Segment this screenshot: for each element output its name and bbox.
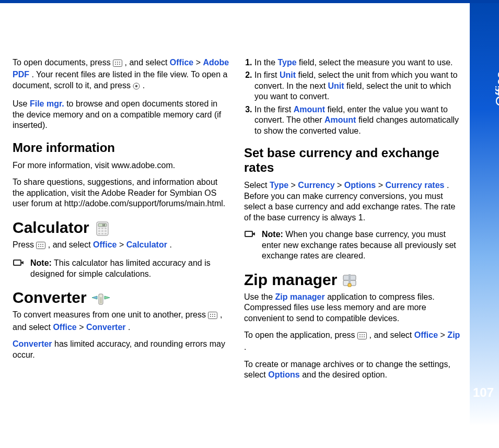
svg-rect-35 (208, 312, 217, 319)
base-currency-heading: Set base currency and exchange rates (244, 146, 461, 175)
svg-rect-30 (14, 261, 20, 265)
file-mgr-paragraph: Use File mgr. to browse and open documen… (13, 99, 229, 131)
text: , and select (369, 331, 414, 339)
svg-rect-21 (37, 242, 45, 249)
side-bar: Office 107 (470, 3, 499, 426)
text: > (337, 181, 344, 190)
zip-manager-icon (341, 273, 359, 289)
amount-keyword: Amount (324, 115, 356, 124)
left-column: To open documents, press , and select Of… (13, 57, 229, 387)
svg-point-54 (362, 336, 363, 337)
unit-keyword: Unit (328, 81, 344, 90)
note-label: Note: (262, 230, 283, 239)
text: and the desired option. (302, 370, 387, 379)
unit-keyword: Unit (280, 70, 296, 79)
amount-keyword: Amount (294, 105, 325, 114)
svg-rect-12 (98, 228, 100, 229)
svg-point-41 (214, 316, 215, 317)
file-mgr-keyword: File mgr. (30, 99, 64, 108)
converter-keyword: Converter (13, 339, 52, 348)
type-keyword: Type (270, 181, 288, 190)
svg-point-51 (362, 334, 363, 335)
svg-rect-13 (101, 228, 103, 229)
converter-icon (91, 291, 111, 306)
text: > (291, 181, 298, 190)
svg-rect-19 (101, 233, 103, 234)
svg-point-5 (117, 64, 118, 65)
text: To open documents, press (13, 58, 113, 67)
office-keyword: Office (414, 331, 438, 339)
text: When you change base currency, you must … (262, 230, 456, 260)
menu-key-icon (357, 332, 367, 342)
note-callout: Note: When you change base currency, you… (244, 229, 461, 261)
office-keyword: Office (93, 240, 117, 249)
svg-rect-15 (98, 230, 100, 232)
text: > (79, 323, 86, 332)
text: To open the application, press (244, 331, 357, 339)
currency-keyword: Currency (298, 181, 334, 190)
svg-point-25 (38, 246, 39, 247)
menu-key-icon (36, 241, 45, 252)
note-text: Note: When you change base currency, you… (260, 229, 461, 261)
heading-text: Zip manager (244, 271, 337, 289)
svg-point-8 (135, 85, 137, 87)
svg-point-3 (119, 62, 120, 63)
content-area: To open documents, press , and select Of… (13, 57, 461, 387)
step-item: In the Type field, select the measure yo… (254, 57, 461, 68)
text: . Your recent files are listed in the fi… (13, 70, 228, 89)
adobe-url-paragraph: For more information, visit www.adobe.co… (13, 160, 229, 171)
text: , and select (125, 58, 170, 67)
svg-point-24 (42, 244, 43, 245)
svg-marker-33 (92, 296, 97, 299)
converter-open-paragraph: To convert measures from one unit to ano… (13, 310, 229, 333)
text: > (378, 181, 386, 190)
text: In the (254, 58, 277, 67)
heading-text: Converter (13, 289, 87, 306)
note-callout: Note: This calculator has limited accura… (13, 258, 229, 279)
svg-point-27 (42, 246, 43, 247)
currency-rates-keyword: Currency rates (386, 181, 445, 190)
calculator-heading: Calculator 10 (13, 219, 229, 237)
text: field, select the measure you want to us… (299, 58, 452, 67)
zip-options-paragraph: To create or manage archives or to chang… (244, 359, 461, 381)
text: > (440, 331, 448, 339)
text: In the first (254, 105, 294, 114)
zip-manager-keyword: Zip manager (275, 292, 325, 301)
converter-heading: Converter (13, 289, 229, 306)
svg-point-4 (115, 64, 116, 65)
right-column: In the Type field, select the measure yo… (244, 57, 461, 387)
adobe-forum-paragraph: To share questions, suggestions, and inf… (13, 177, 229, 209)
svg-rect-49 (358, 332, 367, 339)
text: > (119, 240, 126, 249)
zip-open-paragraph: To open the application, press , and sel… (244, 330, 461, 353)
svg-rect-0 (113, 60, 122, 67)
text: Select (244, 181, 270, 190)
options-keyword: Options (344, 181, 376, 190)
scroll-key-icon (133, 82, 140, 92)
office-keyword: Office (53, 323, 76, 332)
svg-point-1 (115, 62, 116, 63)
note-label: Note: (30, 258, 52, 267)
zip-intro-paragraph: Use the Zip manager application to compr… (244, 292, 461, 324)
more-information-heading: More information (13, 140, 229, 155)
svg-point-22 (38, 244, 39, 245)
zip-manager-heading: Zip manager (244, 271, 461, 289)
svg-point-37 (212, 314, 213, 315)
office-keyword: Office (170, 58, 193, 67)
svg-point-36 (210, 314, 211, 315)
note-icon (244, 229, 256, 261)
svg-rect-14 (105, 228, 107, 229)
step-item: In first Unit field, select the unit fro… (254, 70, 461, 102)
type-keyword: Type (277, 58, 296, 67)
text: . (169, 240, 171, 249)
converter-steps-list: In the Type field, select the measure yo… (244, 57, 461, 136)
svg-point-23 (40, 244, 41, 245)
text: > (196, 58, 203, 67)
options-keyword: Options (268, 370, 299, 379)
menu-key-icon (113, 59, 122, 69)
svg-point-52 (364, 334, 365, 335)
text: This calculator has limited accuracy and… (30, 258, 211, 278)
note-icon (13, 258, 24, 279)
page: Office 107 To open documents, press , an… (0, 0, 499, 448)
menu-key-icon (208, 311, 217, 322)
